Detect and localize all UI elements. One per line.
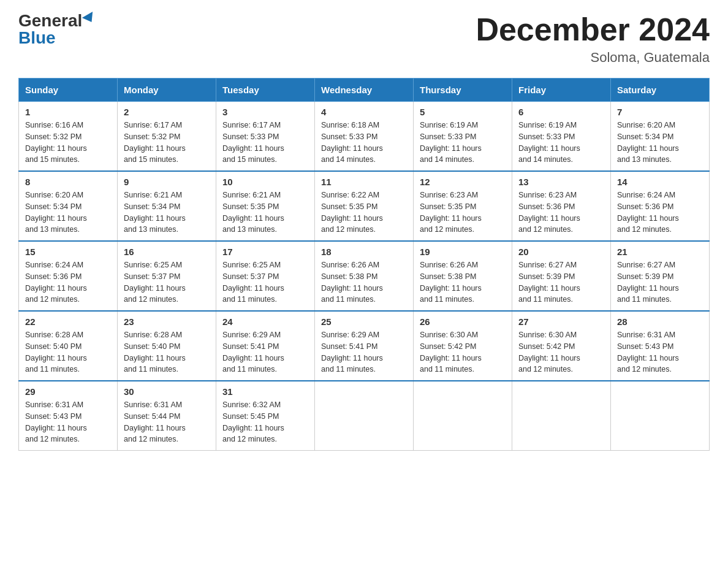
location-title: Soloma, Guatemala (476, 50, 710, 66)
header-sunday: Sunday (19, 79, 118, 102)
day-number: 16 (124, 247, 210, 257)
month-title: December 2024 (476, 12, 710, 47)
header-tuesday: Tuesday (216, 79, 315, 102)
calendar-cell: 30 Sunrise: 6:31 AMSunset: 5:44 PMDaylig… (118, 381, 216, 451)
calendar-week-row: 15 Sunrise: 6:24 AMSunset: 5:36 PMDaylig… (19, 241, 710, 311)
day-number: 23 (124, 316, 210, 327)
day-info: Sunrise: 6:19 AMSunset: 5:33 PMDaylight:… (518, 121, 580, 164)
logo-triangle-icon (82, 12, 97, 25)
calendar-cell: 29 Sunrise: 6:31 AMSunset: 5:43 PMDaylig… (19, 381, 118, 451)
day-info: Sunrise: 6:28 AMSunset: 5:40 PMDaylight:… (124, 331, 186, 373)
title-block: December 2024 Soloma, Guatemala (476, 12, 710, 66)
calendar-cell: 4 Sunrise: 6:18 AMSunset: 5:33 PMDayligh… (315, 102, 414, 172)
day-info: Sunrise: 6:24 AMSunset: 5:36 PMDaylight:… (617, 191, 679, 234)
calendar-cell: 28 Sunrise: 6:31 AMSunset: 5:43 PMDaylig… (611, 311, 710, 381)
day-number: 8 (25, 177, 111, 187)
day-number: 9 (124, 177, 210, 187)
day-number: 26 (420, 316, 506, 327)
header-thursday: Thursday (414, 79, 512, 102)
calendar-cell: 11 Sunrise: 6:22 AMSunset: 5:35 PMDaylig… (315, 171, 414, 241)
day-number: 18 (321, 247, 407, 257)
day-info: Sunrise: 6:27 AMSunset: 5:39 PMDaylight:… (617, 261, 679, 304)
day-number: 12 (420, 177, 506, 187)
day-number: 2 (124, 107, 210, 117)
day-number: 13 (518, 177, 604, 187)
day-info: Sunrise: 6:30 AMSunset: 5:42 PMDaylight:… (518, 331, 580, 373)
calendar-cell: 21 Sunrise: 6:27 AMSunset: 5:39 PMDaylig… (611, 241, 710, 311)
day-number: 11 (321, 177, 407, 187)
day-number: 29 (25, 386, 111, 397)
calendar-cell: 20 Sunrise: 6:27 AMSunset: 5:39 PMDaylig… (512, 241, 611, 311)
calendar-cell: 18 Sunrise: 6:26 AMSunset: 5:38 PMDaylig… (315, 241, 414, 311)
calendar-header-row: SundayMondayTuesdayWednesdayThursdayFrid… (19, 79, 710, 102)
calendar-cell: 6 Sunrise: 6:19 AMSunset: 5:33 PMDayligh… (512, 102, 611, 172)
day-number: 5 (420, 107, 506, 117)
calendar-cell: 12 Sunrise: 6:23 AMSunset: 5:35 PMDaylig… (414, 171, 512, 241)
calendar-cell: 8 Sunrise: 6:20 AMSunset: 5:34 PMDayligh… (19, 171, 118, 241)
day-info: Sunrise: 6:24 AMSunset: 5:36 PMDaylight:… (25, 261, 87, 304)
day-info: Sunrise: 6:31 AMSunset: 5:43 PMDaylight:… (617, 331, 679, 373)
day-info: Sunrise: 6:29 AMSunset: 5:41 PMDaylight:… (222, 331, 284, 373)
calendar-cell: 25 Sunrise: 6:29 AMSunset: 5:41 PMDaylig… (315, 311, 414, 381)
day-info: Sunrise: 6:28 AMSunset: 5:40 PMDaylight:… (25, 331, 87, 373)
day-info: Sunrise: 6:31 AMSunset: 5:44 PMDaylight:… (124, 400, 186, 443)
header-saturday: Saturday (611, 79, 710, 102)
day-number: 25 (321, 316, 407, 327)
calendar-cell (611, 381, 710, 451)
day-info: Sunrise: 6:31 AMSunset: 5:43 PMDaylight:… (25, 400, 87, 443)
day-number: 31 (222, 386, 308, 397)
calendar-cell: 19 Sunrise: 6:26 AMSunset: 5:38 PMDaylig… (414, 241, 512, 311)
day-info: Sunrise: 6:23 AMSunset: 5:35 PMDaylight:… (420, 191, 482, 234)
header-friday: Friday (512, 79, 611, 102)
calendar-cell: 1 Sunrise: 6:16 AMSunset: 5:32 PMDayligh… (19, 102, 118, 172)
header-monday: Monday (118, 79, 216, 102)
day-info: Sunrise: 6:25 AMSunset: 5:37 PMDaylight:… (124, 261, 186, 304)
day-info: Sunrise: 6:19 AMSunset: 5:33 PMDaylight:… (420, 121, 482, 164)
day-info: Sunrise: 6:26 AMSunset: 5:38 PMDaylight:… (321, 261, 383, 304)
day-number: 20 (518, 247, 604, 257)
day-number: 19 (420, 247, 506, 257)
day-number: 3 (222, 107, 308, 117)
calendar-cell: 7 Sunrise: 6:20 AMSunset: 5:34 PMDayligh… (611, 102, 710, 172)
logo-blue-text: Blue (18, 29, 56, 47)
day-number: 24 (222, 316, 308, 327)
calendar-cell: 2 Sunrise: 6:17 AMSunset: 5:32 PMDayligh… (118, 102, 216, 172)
calendar-cell: 14 Sunrise: 6:24 AMSunset: 5:36 PMDaylig… (611, 171, 710, 241)
day-number: 10 (222, 177, 308, 187)
calendar-cell (414, 381, 512, 451)
calendar-week-row: 1 Sunrise: 6:16 AMSunset: 5:32 PMDayligh… (19, 102, 710, 172)
calendar-cell: 27 Sunrise: 6:30 AMSunset: 5:42 PMDaylig… (512, 311, 611, 381)
calendar-cell: 31 Sunrise: 6:32 AMSunset: 5:45 PMDaylig… (216, 381, 315, 451)
day-number: 17 (222, 247, 308, 257)
day-info: Sunrise: 6:20 AMSunset: 5:34 PMDaylight:… (617, 121, 679, 164)
day-info: Sunrise: 6:29 AMSunset: 5:41 PMDaylight:… (321, 331, 383, 373)
calendar-cell: 26 Sunrise: 6:30 AMSunset: 5:42 PMDaylig… (414, 311, 512, 381)
calendar-cell: 5 Sunrise: 6:19 AMSunset: 5:33 PMDayligh… (414, 102, 512, 172)
day-number: 6 (518, 107, 604, 117)
calendar-cell: 13 Sunrise: 6:23 AMSunset: 5:36 PMDaylig… (512, 171, 611, 241)
day-number: 28 (617, 316, 703, 327)
day-number: 14 (617, 177, 703, 187)
day-number: 7 (617, 107, 703, 117)
calendar-cell (512, 381, 611, 451)
calendar-cell: 10 Sunrise: 6:21 AMSunset: 5:35 PMDaylig… (216, 171, 315, 241)
calendar-cell: 22 Sunrise: 6:28 AMSunset: 5:40 PMDaylig… (19, 311, 118, 381)
calendar-week-row: 8 Sunrise: 6:20 AMSunset: 5:34 PMDayligh… (19, 171, 710, 241)
calendar-cell: 17 Sunrise: 6:25 AMSunset: 5:37 PMDaylig… (216, 241, 315, 311)
calendar-cell: 16 Sunrise: 6:25 AMSunset: 5:37 PMDaylig… (118, 241, 216, 311)
calendar-cell: 24 Sunrise: 6:29 AMSunset: 5:41 PMDaylig… (216, 311, 315, 381)
day-info: Sunrise: 6:21 AMSunset: 5:35 PMDaylight:… (222, 191, 284, 234)
day-info: Sunrise: 6:16 AMSunset: 5:32 PMDaylight:… (25, 121, 87, 164)
day-info: Sunrise: 6:18 AMSunset: 5:33 PMDaylight:… (321, 121, 383, 164)
calendar-week-row: 22 Sunrise: 6:28 AMSunset: 5:40 PMDaylig… (19, 311, 710, 381)
day-info: Sunrise: 6:17 AMSunset: 5:32 PMDaylight:… (124, 121, 186, 164)
day-info: Sunrise: 6:32 AMSunset: 5:45 PMDaylight:… (222, 400, 284, 443)
day-info: Sunrise: 6:20 AMSunset: 5:34 PMDaylight:… (25, 191, 87, 234)
day-number: 1 (25, 107, 111, 117)
day-number: 30 (124, 386, 210, 397)
calendar-cell: 3 Sunrise: 6:17 AMSunset: 5:33 PMDayligh… (216, 102, 315, 172)
calendar-cell (315, 381, 414, 451)
day-number: 4 (321, 107, 407, 117)
day-number: 27 (518, 316, 604, 327)
logo-general-text: General (18, 12, 82, 29)
